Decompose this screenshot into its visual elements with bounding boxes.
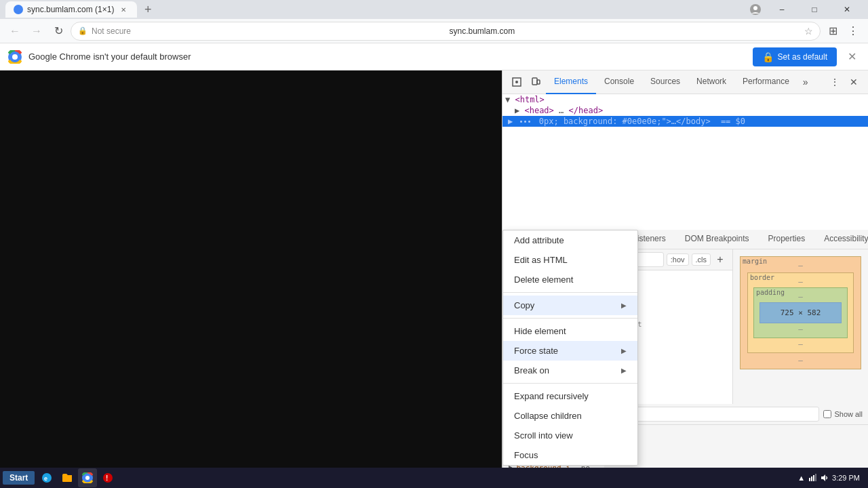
dom-body-node[interactable]: ▶ ••• 0px; background: #0e0e0e;">…</body… — [502, 116, 868, 127]
refresh-button[interactable]: ↻ — [49, 22, 68, 41]
dots-icon: ••• — [519, 118, 531, 125]
svg-point-6 — [515, 81, 518, 83]
margin-box: margin – border – padding – — [740, 256, 861, 369]
head-ellipsis: … — [559, 106, 564, 115]
border-bottom-value: – — [752, 340, 849, 348]
bookmark-icon[interactable]: ☆ — [804, 26, 813, 37]
content-box: 725 × 582 — [760, 302, 842, 323]
more-tabs-button[interactable]: » — [797, 70, 814, 94]
menu-expand-recursively[interactable]: Expand recursively — [503, 386, 637, 406]
window-controls: – □ ✕ — [746, 0, 863, 19]
address-bar[interactable]: 🔒 Not secure sync.bumlam.com ☆ — [71, 22, 821, 41]
body-indicator: ▶ — [505, 117, 513, 126]
tab-console[interactable]: Console — [596, 70, 642, 94]
extensions-button[interactable]: ⊞ — [823, 22, 842, 41]
svg-point-2 — [753, 6, 757, 10]
menu-focus[interactable]: Focus — [503, 445, 637, 465]
notification-close-button[interactable]: ✕ — [844, 49, 860, 65]
body-content: 0px; background: #0e0e0e;">…</body> == $… — [539, 117, 745, 126]
taskbar: Start e ! ▲ 3:29 PM — [0, 468, 868, 488]
profile-button[interactable] — [746, 0, 765, 19]
svg-rect-18 — [813, 475, 814, 481]
security-icon: 🔒 — [78, 26, 87, 35]
tab-close-button[interactable]: ✕ — [118, 4, 129, 15]
margin-label: margin — [743, 258, 767, 265]
taskbar-shield-icon[interactable]: ! — [98, 468, 117, 487]
svg-rect-8 — [537, 80, 540, 84]
devtools-close-button[interactable]: ✕ — [845, 73, 863, 91]
force-state-submenu-arrow: ▶ — [621, 347, 627, 354]
menu-force-state[interactable]: Force state ▶ — [503, 341, 637, 361]
devtools-overlay: Add attribute Edit as HTML Delete elemen… — [502, 230, 868, 488]
bottom-tab-properties[interactable]: Properties — [758, 230, 814, 249]
minimize-button[interactable]: – — [766, 0, 797, 19]
add-style-button[interactable]: + — [713, 253, 727, 266]
dom-head-node[interactable]: ▶ <head> … </head> — [502, 105, 868, 116]
devtools-main: ▼ <html> ▶ <head> … </head> ▶ ••• 0px; b… — [502, 94, 868, 488]
url-prefix: Not secure — [92, 26, 443, 36]
notification-bar: Google Chrome isn't your default browser… — [0, 43, 868, 70]
hov-button[interactable]: :hov — [667, 253, 689, 266]
svg-rect-17 — [811, 476, 812, 481]
active-tab[interactable]: sync.bumlam.com (1×1) ✕ — [5, 1, 137, 18]
start-button[interactable]: Start — [3, 471, 35, 485]
menu-break-on[interactable]: Break on ▶ — [503, 361, 637, 380]
head-close-tag: </head> — [569, 106, 604, 115]
margin-bottom-value: – — [745, 356, 856, 365]
dom-panel: ▼ <html> ▶ <head> … </head> ▶ ••• 0px; b… — [502, 94, 868, 230]
dom-html-node[interactable]: ▼ <html> — [502, 94, 868, 105]
chrome-window: sync.bumlam.com (1×1) ✕ + – □ ✕ ← → ↻ 🔒 … — [0, 0, 868, 488]
nav-bar: ← → ↻ 🔒 Not secure sync.bumlam.com ☆ ⊞ ⋮ — [0, 19, 868, 43]
box-model-container: margin – border – padding – — [732, 249, 868, 404]
devtools-settings-button[interactable]: ⋮ — [826, 73, 844, 91]
nav-actions: ⊞ ⋮ — [823, 22, 863, 41]
bottom-tab-accessibility[interactable]: Accessibility — [814, 230, 868, 249]
tab-sources[interactable]: Sources — [642, 70, 688, 94]
menu-button[interactable]: ⋮ — [844, 22, 863, 41]
title-bar: sync.bumlam.com (1×1) ✕ + – □ ✕ — [0, 0, 868, 19]
tab-favicon — [14, 5, 23, 14]
svg-rect-16 — [809, 478, 810, 481]
menu-hide-element[interactable]: Hide element — [503, 321, 637, 341]
taskbar-ie-icon[interactable]: e — [37, 468, 56, 487]
svg-text:e: e — [44, 475, 47, 482]
tray-chevron[interactable]: ▲ — [797, 474, 805, 482]
menu-delete-element[interactable]: Delete element — [503, 270, 637, 289]
taskbar-chrome-icon[interactable] — [78, 468, 97, 487]
content-area: body 725 × 582 Elements Console — [0, 70, 868, 488]
menu-add-attribute[interactable]: Add attribute — [503, 230, 637, 250]
menu-edit-html[interactable]: Edit as HTML — [503, 250, 637, 270]
maximize-button[interactable]: □ — [799, 0, 830, 19]
set-default-button[interactable]: 🔒 Set as default — [753, 47, 837, 66]
devtools-panel: Elements Console Sources Network Perform… — [502, 70, 868, 488]
tab-performance[interactable]: Performance — [734, 70, 797, 94]
cls-button[interactable]: .cls — [692, 253, 711, 266]
taskbar-folder-icon[interactable] — [58, 468, 77, 487]
back-button[interactable]: ← — [5, 22, 24, 41]
context-menu: Add attribute Edit as HTML Delete elemen… — [502, 230, 638, 466]
volume-tray-icon — [820, 473, 829, 483]
set-default-icon: 🔒 — [762, 52, 774, 62]
html-tag: <html> — [515, 95, 544, 104]
chrome-icon — [8, 50, 22, 64]
forward-button[interactable]: → — [27, 22, 46, 41]
new-tab-button[interactable]: + — [140, 1, 156, 18]
tray-time: 3:29 PM — [832, 474, 860, 482]
show-all-checkbox[interactable] — [823, 410, 831, 418]
bottom-tab-dom-breakpoints[interactable]: DOM Breakpoints — [675, 230, 759, 249]
menu-scroll-into-view[interactable]: Scroll into view — [503, 426, 637, 445]
content-size: 725 × 582 — [781, 308, 821, 317]
svg-point-4 — [12, 54, 18, 60]
tab-network[interactable]: Network — [688, 70, 734, 94]
close-button[interactable]: ✕ — [831, 0, 863, 19]
menu-copy[interactable]: Copy ▶ — [503, 296, 637, 315]
menu-collapse-children[interactable]: Collapse children — [503, 406, 637, 426]
device-mode-button[interactable] — [527, 73, 545, 91]
system-tray: ▲ 3:29 PM — [797, 473, 865, 483]
inspect-element-button[interactable] — [508, 73, 526, 91]
border-box: border – padding – 725 × 582 — [747, 272, 854, 353]
menu-divider-1 — [503, 292, 637, 293]
break-on-submenu-arrow: ▶ — [621, 367, 627, 374]
tab-elements[interactable]: Elements — [546, 70, 596, 94]
show-all-label: Show all — [823, 410, 863, 418]
